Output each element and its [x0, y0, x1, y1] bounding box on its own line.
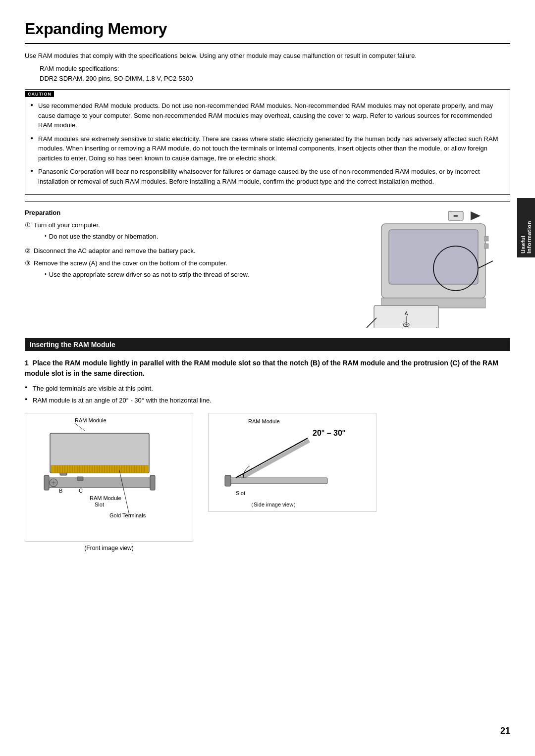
prep-steps: ① Turn off your computer. • Do not use t… — [25, 220, 342, 282]
prep-step-2: ② Disconnect the AC adaptor and remove t… — [25, 246, 342, 256]
svg-text:Slot: Slot — [95, 502, 104, 507]
step-text-1: Turn off your computer. • Do not use the… — [34, 220, 158, 244]
main-instruction: 1 Place the RAM module lightly in parall… — [25, 358, 510, 379]
specs-label: RAM module specifications: — [40, 65, 119, 72]
step-sub-1: • Do not use the standby or hibernation. — [45, 232, 158, 242]
step-num-1: ① — [25, 220, 31, 244]
svg-rect-78 — [225, 475, 231, 486]
step-sub-3: • Use the appropriate screw driver so as… — [45, 270, 249, 280]
svg-text:RAM Module: RAM Module — [248, 418, 280, 424]
bullet-1: The gold terminals are visible at this p… — [25, 384, 510, 394]
svg-line-69 — [119, 470, 129, 515]
front-view-caption: (Front image view) — [25, 545, 193, 552]
step-num-3: ③ — [25, 258, 31, 282]
page-title: Expanding Memory — [25, 20, 510, 38]
step-num-2: ② — [25, 246, 31, 256]
svg-text:（Side image view）: （Side image view） — [248, 502, 299, 507]
svg-line-75 — [236, 438, 308, 478]
diagram-right: RAM Module 20° – 30° Slot — [208, 413, 376, 512]
svg-line-76 — [237, 441, 309, 480]
svg-rect-77 — [228, 478, 327, 484]
svg-rect-60 — [48, 478, 152, 488]
caution-content: Use recommended RAM module products. Do … — [25, 97, 510, 194]
preparation-right: ➡ A — [352, 209, 510, 329]
svg-text:RAM Module: RAM Module — [75, 417, 107, 423]
svg-text:Gold Terminals: Gold Terminals — [109, 512, 146, 518]
ram-specs: RAM module specifications: DDR2 SDRAM, 2… — [40, 64, 510, 85]
prep-step-3: ③ Remove the screw (A) and the cover on … — [25, 258, 342, 282]
svg-text:Slot: Slot — [236, 490, 245, 496]
instruction-bullets: The gold terminals are visible at this p… — [25, 384, 510, 405]
svg-rect-61 — [44, 475, 49, 490]
preparation-section: Preparation ① Turn off your computer. • … — [25, 209, 510, 329]
step-text-3: Remove the screw (A) and the cover on th… — [34, 258, 249, 282]
front-view-svg: RAM Module — [25, 413, 194, 542]
diagram-left: RAM Module — [25, 413, 193, 542]
diagram-left-container: RAM Module — [25, 413, 193, 552]
diagram-right-container: RAM Module 20° – 30° Slot — [208, 413, 376, 512]
caution-item-2: RAM modules are extremely sensitive to s… — [30, 134, 505, 163]
useful-info-container: Useful Information — [517, 198, 535, 257]
svg-text:C: C — [79, 488, 83, 494]
svg-marker-2 — [471, 211, 481, 220]
svg-text:A: A — [405, 311, 408, 316]
top-divider — [25, 43, 510, 44]
preparation-title: Preparation — [25, 209, 342, 216]
useful-info-tab: Useful Information — [517, 198, 535, 257]
svg-rect-63 — [77, 477, 83, 481]
ram-section-header: Inserting the RAM Module — [25, 338, 510, 351]
preparation-left: Preparation ① Turn off your computer. • … — [25, 209, 342, 329]
caution-box: CAUTION Use recommended RAM module produ… — [25, 89, 510, 195]
svg-rect-6 — [484, 236, 488, 241]
intro-text: Use RAM modules that comply with the spe… — [25, 51, 510, 61]
svg-line-19 — [75, 423, 85, 431]
computer-illustration: ➡ A — [352, 209, 495, 328]
gold-terminals — [51, 465, 148, 473]
caution-list: Use recommended RAM module products. Do … — [30, 101, 505, 186]
page-number: 21 — [500, 726, 510, 736]
svg-text:B: B — [59, 488, 62, 494]
svg-text:➡: ➡ — [453, 212, 458, 219]
caution-item-1: Use recommended RAM module products. Do … — [30, 101, 505, 130]
bullet-2: RAM module is at an angle of 20° - 30° w… — [25, 396, 510, 405]
svg-rect-7 — [484, 244, 488, 249]
svg-rect-4 — [389, 230, 478, 284]
specs-value: DDR2 SDRAM, 200 pins, SO-DIMM, 1.8 V, PC… — [40, 75, 193, 82]
svg-text:20° – 30°: 20° – 30° — [313, 429, 345, 437]
prep-step-1: ① Turn off your computer. • Do not use t… — [25, 220, 342, 244]
side-view-svg: RAM Module 20° – 30° Slot — [209, 413, 377, 512]
section-divider-1 — [25, 202, 510, 202]
svg-rect-62 — [150, 475, 155, 490]
diagrams-row: RAM Module — [25, 413, 510, 552]
caution-item-3: Panasonic Corporation will bear no respo… — [30, 167, 505, 186]
svg-text:RAM Module: RAM Module — [90, 495, 121, 501]
caution-label: CAUTION — [25, 91, 54, 97]
